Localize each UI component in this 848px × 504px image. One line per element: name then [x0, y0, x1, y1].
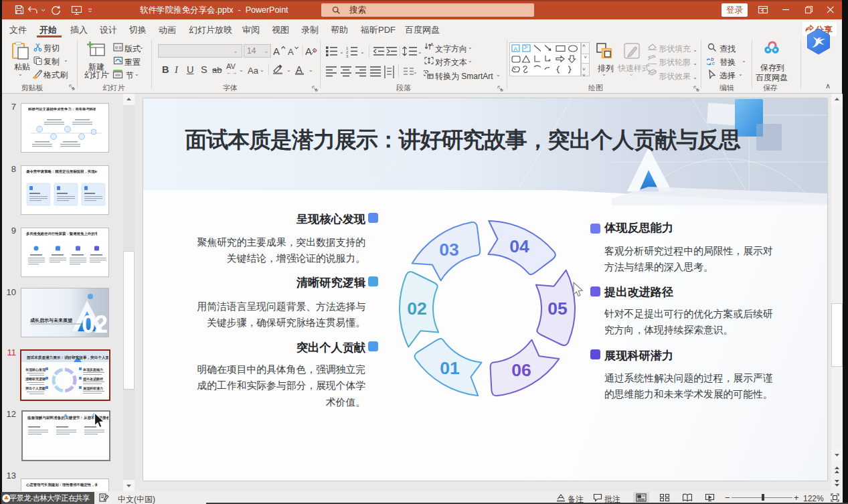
svg-text:体现反思能力: 体现反思能力	[82, 367, 103, 372]
svg-text:04: 04	[509, 236, 529, 256]
svg-text:3: 3	[346, 54, 349, 58]
svg-text:A: A	[288, 47, 294, 57]
svg-text:A: A	[523, 46, 529, 50]
svg-text:A: A	[305, 46, 312, 57]
svg-text:01: 01	[440, 358, 459, 378]
svg-text:提出改进路径: 提出改进路径	[82, 377, 104, 382]
svg-text:突出个人贡献: 突出个人贡献	[25, 386, 46, 391]
svg-text:c: c	[712, 60, 715, 66]
svg-text:A: A	[514, 46, 518, 52]
svg-text:A: A	[430, 42, 434, 47]
svg-text:面试本质是潜力展示：讲好研究故事，突出个人贡献与反思: 面试本质是潜力展示：讲好研究故事，突出个人贡献与反思	[26, 355, 108, 360]
svg-text:成长启示与未来展望: 成长启示与未来展望	[29, 318, 72, 323]
svg-text:A: A	[273, 46, 280, 57]
svg-text:展现科研潜力: 展现科研潜力	[83, 386, 103, 391]
svg-text:呈现核心发现: 呈现核心发现	[25, 367, 46, 372]
svg-text:03: 03	[439, 240, 458, 260]
svg-text:05: 05	[547, 299, 567, 319]
svg-text:02: 02	[82, 311, 107, 337]
svg-text:06: 06	[511, 360, 531, 380]
svg-text:清晰研究逻辑: 清晰研究逻辑	[25, 377, 46, 382]
svg-text:02: 02	[407, 299, 426, 319]
